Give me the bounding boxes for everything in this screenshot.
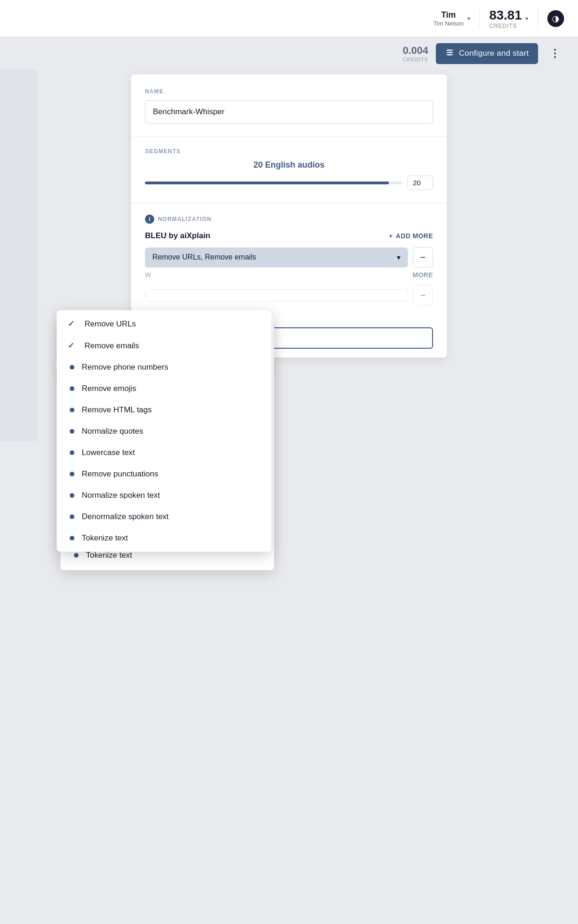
add-more-button[interactable]: + ADD MORE (389, 232, 433, 240)
normalization-dropdown-trigger[interactable]: Remove URLs, Remove emails ▾ (145, 247, 408, 267)
slider-track (145, 182, 402, 184)
segments-label: SEGMENTS (145, 148, 433, 155)
option-label-remove-urls: Remove URLs (85, 319, 136, 329)
plus-icon: + (389, 232, 393, 240)
sub-credits-value: 0.004 (402, 45, 428, 57)
name-section: NAME (145, 88, 433, 124)
option-normalize-spoken[interactable]: Normalize spoken text (57, 485, 271, 506)
option-remove-emojis[interactable]: Remove emojis (57, 378, 271, 399)
bullet-icon (70, 450, 74, 455)
bullet-icon (74, 553, 79, 558)
segments-slider-container (145, 176, 433, 190)
credits-chevron-icon: ▾ (525, 15, 528, 22)
normalization-dropdown-open: ✓Remove URLs✓Remove emailsRemove phone n… (57, 310, 271, 552)
option-label-normalize-quotes: Normalize quotes (82, 427, 143, 436)
segments-description: 20 English audios (145, 160, 433, 170)
credits-label: CREDITS (489, 23, 522, 29)
remove-normalization-button[interactable]: − (413, 247, 433, 267)
bullet-icon (70, 365, 74, 370)
sub-header: 0.004 CREDITS Configure and start ⋮ (0, 37, 578, 70)
option-label-remove-emails: Remove emails (85, 341, 139, 351)
more-label: W (145, 271, 151, 279)
option-remove-emails[interactable]: ✓Remove emails (57, 335, 271, 357)
option-label-tokenize: Tokenize text (82, 534, 128, 543)
option-lowercase[interactable]: Lowercase text (57, 442, 271, 463)
bullet-icon (70, 493, 74, 498)
option-normalize-quotes[interactable]: Normalize quotes (57, 421, 271, 442)
option-label-remove-emojis: Remove emojis (82, 384, 136, 393)
second-dropdown-row: − (145, 285, 433, 306)
option-denormalize-spoken[interactable]: Denormalize spoken text (57, 506, 271, 527)
option-remove-punctuations[interactable]: Remove punctuations (57, 463, 271, 485)
normalization-header: i NORMALIZATION (145, 215, 433, 224)
remove-second-normalization-button[interactable]: − (413, 285, 433, 306)
dropdown-item-label-tokenize: Tokenize text (86, 551, 132, 560)
bleu-label: BLEU by aiXplain (145, 231, 210, 241)
option-label-remove-phone: Remove phone numbers (82, 363, 168, 372)
name-label: NAME (145, 88, 433, 95)
dropdown-row: Remove URLs, Remove emails ▾ − (145, 247, 433, 267)
option-label-remove-html: Remove HTML tags (82, 405, 152, 415)
dropdown-chevron-icon: ▾ (397, 253, 401, 262)
more-label-text: MORE (413, 271, 433, 279)
more-options-button[interactable]: ⋮ (545, 45, 564, 62)
user-full-name: Tim Nelson (434, 20, 464, 27)
theme-toggle-button[interactable]: ◑ (547, 10, 564, 27)
info-icon: i (145, 215, 154, 224)
configure-and-start-button[interactable]: Configure and start (436, 43, 538, 64)
minus-icon-2: − (420, 290, 426, 301)
divider-1 (131, 137, 447, 137)
option-remove-urls[interactable]: ✓Remove URLs (57, 313, 271, 335)
credits-value: 83.81 (489, 8, 522, 23)
minus-icon: − (420, 252, 426, 263)
more-icon: ⋮ (549, 47, 560, 59)
name-input[interactable] (145, 100, 433, 124)
normalization-row-1: BLEU by aiXplain + ADD MORE (145, 231, 433, 241)
user-name: Tim (434, 10, 464, 20)
option-remove-phone[interactable]: Remove phone numbers (57, 357, 271, 378)
sub-credits-label: CREDITS (402, 57, 428, 62)
theme-icon: ◑ (552, 13, 559, 24)
option-label-lowercase: Lowercase text (82, 448, 135, 457)
bullet-icon (70, 408, 74, 412)
user-chevron-icon: ▾ (467, 15, 470, 22)
add-more-label: ADD MORE (396, 232, 433, 240)
option-label-normalize-spoken: Normalize spoken text (82, 491, 160, 500)
second-normalization-dropdown[interactable] (145, 289, 408, 301)
configure-icon (445, 48, 454, 59)
add-more-button-2[interactable]: MORE (413, 271, 433, 279)
segments-count-input[interactable] (407, 176, 433, 190)
bullet-icon (70, 429, 74, 434)
option-tokenize[interactable]: Tokenize text (57, 527, 271, 549)
bullet-icon (70, 472, 74, 476)
normalization-section: i NORMALIZATION BLEU by aiXplain + ADD M… (145, 215, 433, 306)
dropdown-selected-text: Remove URLs, Remove emails (152, 253, 256, 261)
option-remove-html[interactable]: Remove HTML tags (57, 399, 271, 421)
more-normalization-row: W MORE (145, 271, 433, 279)
bullet-icon (70, 386, 74, 391)
segments-section: SEGMENTS 20 English audios (145, 148, 433, 190)
user-menu[interactable]: Tim Tim Nelson ▾ (424, 10, 480, 27)
configure-btn-label: Configure and start (459, 49, 529, 58)
top-header: Tim Tim Nelson ▾ 83.81 CREDITS ▾ ◑ (0, 0, 578, 37)
sub-credits-display: 0.004 CREDITS (402, 45, 428, 62)
option-label-denormalize-spoken: Denormalize spoken text (82, 512, 169, 521)
option-label-remove-punctuations: Remove punctuations (82, 469, 158, 479)
bullet-icon (70, 514, 74, 519)
checkmark-icon: ✓ (68, 319, 77, 329)
bullet-icon (70, 536, 74, 540)
slider-fill (145, 182, 389, 184)
credits-display[interactable]: 83.81 CREDITS ▾ (480, 8, 538, 29)
divider-2 (131, 203, 447, 203)
checkmark-icon: ✓ (68, 341, 77, 351)
normalization-label: NORMALIZATION (158, 216, 211, 222)
